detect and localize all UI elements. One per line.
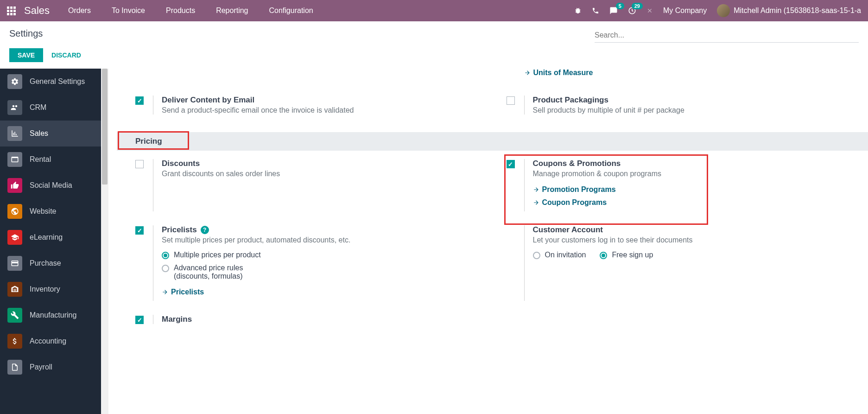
link-coupon-programs[interactable]: Coupon Programs [533, 198, 850, 207]
sidebar-label: CRM [30, 103, 46, 112]
radio-advanced-rules[interactable]: Advanced price rules(discounts, formulas… [162, 264, 479, 280]
sidebar-label: Manufacturing [30, 311, 76, 319]
sidebar-label: Sales [30, 129, 48, 138]
setting-title: Product Packagings [533, 96, 850, 105]
setting-title: Margins [162, 315, 479, 324]
user-name: Mitchell Admin (15638618-saas-15-1-a [734, 6, 861, 15]
sidebar-label: Accounting [30, 337, 66, 345]
sidebar-label: Social Media [30, 181, 72, 190]
sidebar-item-manufacturing[interactable]: Manufacturing [0, 302, 101, 328]
avatar [717, 4, 730, 17]
setting-title: Customer Account [533, 225, 850, 235]
setting-title: Coupons & Promotions [533, 159, 850, 168]
setting-desc: Grant discounts on sales order lines [162, 170, 479, 178]
messages-badge: 5 [616, 3, 624, 9]
user-menu[interactable]: Mitchell Admin (15638618-saas-15-1-a [717, 4, 861, 17]
setting-desc: Manage promotion & coupon programs [533, 170, 850, 178]
settings-content: Units of Measure Deliver Content by Emai… [108, 69, 868, 414]
radio-on-invitation[interactable]: On invitation [533, 251, 586, 259]
help-icon[interactable]: ? [201, 226, 209, 234]
menu-products[interactable]: Products [166, 6, 195, 15]
sidebar-label: General Settings [30, 77, 85, 86]
checkbox-coupons[interactable] [507, 160, 515, 168]
setting-title: Deliver Content by Email [162, 96, 479, 105]
settings-sidebar: General Settings CRM Sales Rental Social… [0, 69, 101, 414]
sidebar-item-sales[interactable]: Sales [0, 121, 101, 146]
radio-free-signup[interactable]: Free sign up [600, 251, 653, 259]
link-units-of-measure[interactable]: Units of Measure [524, 69, 850, 77]
menu-to-invoice[interactable]: To Invoice [112, 6, 145, 15]
menu-orders[interactable]: Orders [68, 6, 91, 15]
menu-configuration[interactable]: Configuration [269, 6, 313, 15]
clock-icon[interactable]: 29 [628, 6, 636, 15]
checkbox-discounts[interactable] [135, 160, 144, 168]
sidebar-item-elearning[interactable]: eLearning [0, 224, 101, 250]
sidebar-label: Rental [30, 155, 51, 164]
sidebar-item-social-media[interactable]: Social Media [0, 172, 101, 198]
checkbox-packagings[interactable] [507, 96, 515, 105]
setting-title: Discounts [162, 159, 479, 168]
sidebar-item-payroll[interactable]: Payroll [0, 354, 101, 380]
sidebar-label: Inventory [30, 285, 60, 293]
close-icon[interactable] [646, 7, 653, 14]
top-menu: Orders To Invoice Products Reporting Con… [68, 6, 313, 15]
menu-reporting[interactable]: Reporting [216, 6, 248, 15]
sidebar-label: Payroll [30, 363, 52, 371]
sidebar-item-inventory[interactable]: Inventory [0, 276, 101, 302]
page-title: Settings [9, 28, 43, 39]
setting-title: Pricelists? [162, 225, 479, 235]
sidebar-item-website[interactable]: Website [0, 198, 101, 224]
phone-icon[interactable] [592, 7, 599, 14]
apps-icon[interactable] [7, 6, 16, 15]
company-name[interactable]: My Company [663, 6, 707, 15]
sidebar-label: Purchase [30, 259, 61, 268]
scrollbar[interactable] [101, 69, 108, 414]
link-pricelists[interactable]: Pricelists [162, 288, 479, 296]
messages-icon[interactable]: 5 [609, 6, 618, 15]
link-promotion-programs[interactable]: Promotion Programs [533, 185, 850, 194]
checkbox-margins[interactable] [135, 316, 144, 324]
setting-desc: Let your customers log in to see their d… [533, 236, 850, 244]
sidebar-item-accounting[interactable]: Accounting [0, 328, 101, 354]
bug-icon[interactable] [574, 7, 582, 14]
setting-desc: Set multiple prices per product, automat… [162, 236, 479, 244]
setting-desc: Sell products by multiple of unit # per … [533, 106, 850, 115]
sidebar-item-crm[interactable]: CRM [0, 95, 101, 121]
checkbox-pricelists[interactable] [135, 226, 144, 235]
setting-customer-account: Customer Account Let your customers log … [507, 225, 850, 301]
setting-desc: Send a product-specific email once the i… [162, 106, 479, 115]
app-name[interactable]: Sales [24, 5, 50, 17]
clock-badge: 29 [632, 3, 643, 9]
action-bar: SAVE DISCARD [0, 43, 868, 69]
setting-deliver-content: Deliver Content by Email Send a product-… [135, 96, 479, 115]
sidebar-item-rental[interactable]: Rental [0, 146, 101, 172]
setting-product-packagings: Product Packagings Sell products by mult… [507, 96, 850, 115]
save-button[interactable]: SAVE [9, 48, 43, 62]
setting-discounts: Discounts Grant discounts on sales order… [135, 159, 479, 211]
setting-coupons-promotions: Coupons & Promotions Manage promotion & … [507, 159, 850, 211]
search-input[interactable] [595, 28, 859, 43]
main-navbar: Sales Orders To Invoice Products Reporti… [0, 0, 868, 21]
scrollbar-thumb[interactable] [102, 69, 108, 185]
sidebar-item-general-settings[interactable]: General Settings [0, 69, 101, 95]
discard-button[interactable]: DISCARD [50, 48, 83, 62]
checkbox-deliver-content[interactable] [135, 96, 144, 105]
page-header: Settings [0, 21, 868, 43]
setting-margins: Margins [135, 315, 479, 324]
radio-multiple-prices[interactable]: Multiple prices per product [162, 251, 479, 259]
sidebar-item-purchase[interactable]: Purchase [0, 250, 101, 276]
section-pricing: Pricing [117, 132, 868, 151]
sidebar-label: Website [30, 207, 57, 216]
setting-pricelists: Pricelists? Set multiple prices per prod… [135, 225, 479, 301]
sidebar-label: eLearning [30, 233, 63, 242]
